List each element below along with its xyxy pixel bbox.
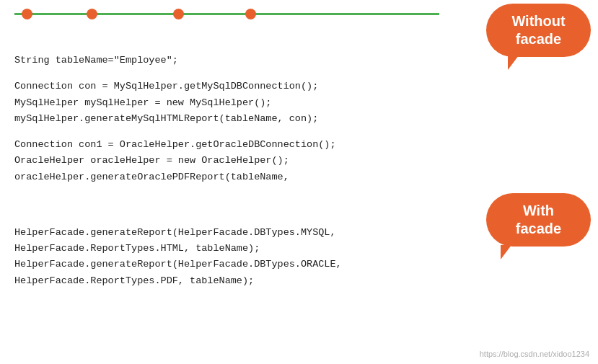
timeline-dot-2	[87, 9, 97, 19]
timeline-bar	[14, 13, 439, 15]
callout-with-label: With facade	[516, 203, 561, 236]
code-line-11: HelperFacade.ReportTypes.PDF, tableName)…	[14, 273, 584, 289]
code-line-5: Connection con1 = OracleHelper.getOracle…	[14, 137, 584, 153]
timeline-dot-4	[245, 9, 256, 19]
code-line-9: HelperFacade.ReportTypes.HTML, tableName…	[14, 241, 584, 257]
timeline-dot-3	[173, 9, 184, 19]
code-line-7: oracleHelper.generateOraclePDFReport(tab…	[14, 169, 584, 185]
callout-without-facade: Without facade	[486, 4, 591, 57]
code-line-3: MySqlHelper mySqlHelper = new MySqlHelpe…	[14, 95, 584, 111]
code-line-10: HelperFacade.generateReport(HelperFacade…	[14, 257, 584, 272]
code-line-4: mySqlHelper.generateMySqlHTMLReport(tabl…	[14, 111, 584, 127]
code-line-1: String tableName="Employee";	[14, 53, 584, 68]
code-line-6: OracleHelper oracleHelper = new OracleHe…	[14, 153, 584, 169]
watermark: https://blog.csdn.net/xidoo1234	[480, 350, 589, 358]
timeline-dot-1	[22, 9, 32, 19]
watermark-text: https://blog.csdn.net/xidoo1234	[480, 350, 589, 358]
callout-with-facade: With facade	[486, 193, 591, 247]
code-line-2: Connection con = MySqlHelper.getMySqlDBC…	[14, 79, 584, 94]
callout-without-label: Without facade	[511, 13, 565, 47]
